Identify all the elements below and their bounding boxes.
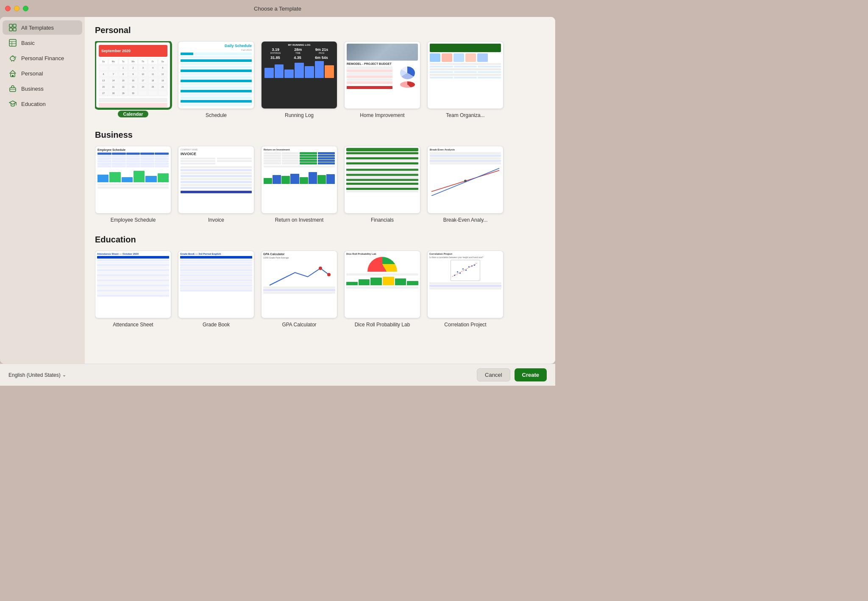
svg-point-19 [319, 267, 322, 270]
team-organizer-label: Team Organiza... [446, 112, 484, 118]
running-log-label: Running Log [285, 112, 314, 118]
window-title: Choose a Template [254, 6, 301, 12]
grid-icon [8, 23, 17, 32]
sidebar-label-personal: Personal [21, 70, 43, 77]
close-button[interactable] [5, 6, 11, 11]
template-card-home-improvement[interactable]: REMODEL - PROJECT BUDGET [344, 41, 420, 118]
chevron-down-icon: ⌄ [62, 372, 66, 378]
sidebar-item-personal-finance[interactable]: Personal Finance [3, 51, 82, 65]
correlation-label: Correlation Project [444, 322, 486, 328]
content-area: Personal September 2020 SuMoTuWeThFrSa 1… [85, 17, 555, 364]
svg-rect-4 [9, 39, 16, 46]
sidebar-label-basic: Basic [21, 40, 35, 46]
sidebar-item-all-templates[interactable]: All Templates [3, 20, 82, 35]
bottom-bar: English (United States) ⌄ Cancel Create [0, 364, 555, 386]
calendar-selected-badge: Calendar [118, 111, 148, 117]
svg-rect-1 [13, 24, 16, 27]
roi-label: Return on Investment [275, 217, 324, 223]
template-card-break-even[interactable]: Break-Even Analysis [427, 146, 504, 223]
template-card-financials[interactable]: Financials [344, 146, 420, 223]
sidebar-label-education: Education [21, 101, 46, 107]
svg-marker-14 [9, 101, 16, 104]
title-bar: Choose a Template [0, 0, 555, 17]
svg-rect-11 [12, 75, 14, 77]
financials-label: Financials [371, 217, 394, 223]
sidebar-label-business: Business [21, 86, 44, 92]
template-thumb-team-organizer[interactable] [427, 41, 504, 109]
template-thumb-correlation[interactable]: Correlation Project Is there a correlati… [427, 250, 504, 318]
svg-rect-3 [13, 28, 16, 31]
sidebar-label-personal-finance: Personal Finance [21, 55, 64, 61]
piggy-icon [8, 54, 17, 62]
main-container: All Templates Basic Personal Finance Per… [0, 17, 555, 364]
template-card-dice[interactable]: Dice Roll Probability Lab [344, 250, 420, 328]
template-thumb-financials[interactable] [344, 146, 420, 214]
template-thumb-gradebook[interactable]: Grade Book — 3rd Period English [178, 250, 254, 318]
personal-templates-row: September 2020 SuMoTuWeThFrSa 12345 6789… [95, 41, 545, 118]
briefcase-icon [8, 84, 17, 93]
invoice-label: Invoice [208, 217, 224, 223]
template-thumb-home-improvement[interactable]: REMODEL - PROJECT BUDGET [344, 41, 420, 109]
graduate-icon [8, 100, 17, 108]
maximize-button[interactable] [23, 6, 28, 11]
gpa-label: GPA Calculator [282, 322, 316, 328]
bottom-buttons: Cancel Create [477, 368, 547, 381]
svg-point-20 [327, 273, 331, 276]
template-card-correlation[interactable]: Correlation Project Is there a correlati… [427, 250, 504, 328]
education-templates-row: Attendance Sheet — October 2020 Attendan… [95, 250, 545, 328]
personal-section-title: Personal [95, 25, 545, 35]
template-card-gradebook[interactable]: Grade Book — 3rd Period English Grade Bo… [178, 250, 254, 328]
template-thumb-dice[interactable]: Dice Roll Probability Lab [344, 250, 420, 318]
minimize-button[interactable] [14, 6, 19, 11]
sidebar-item-education[interactable]: Education [3, 97, 82, 111]
svg-rect-2 [9, 28, 12, 31]
template-thumb-break-even[interactable]: Break-Even Analysis [427, 146, 504, 214]
template-thumb-employee-schedule[interactable]: Employee Schedule [95, 146, 171, 214]
home-improvement-label: Home Improvement [360, 112, 404, 118]
cancel-button[interactable]: Cancel [477, 368, 510, 381]
template-thumb-roi[interactable]: Return on Investment [261, 146, 337, 214]
business-templates-row: Employee Schedule [95, 146, 545, 223]
break-even-label: Break-Even Analy... [443, 217, 488, 223]
template-card-schedule[interactable]: Daily Schedule Fall 2020 [178, 41, 254, 118]
sidebar-item-basic[interactable]: Basic [3, 36, 82, 50]
employee-schedule-label: Employee Schedule [111, 217, 156, 223]
create-button[interactable]: Create [515, 368, 547, 381]
template-card-attendance[interactable]: Attendance Sheet — October 2020 Attendan… [95, 250, 171, 328]
template-thumb-running-log[interactable]: MY RUNNING LOG 3.19DISTANCE 28mTIME 9m 2… [261, 41, 337, 109]
svg-point-8 [10, 56, 15, 61]
sidebar-label-all-templates: All Templates [21, 25, 54, 31]
svg-rect-0 [9, 24, 12, 27]
template-thumb-attendance[interactable]: Attendance Sheet — October 2020 [95, 250, 171, 318]
template-card-calendar[interactable]: September 2020 SuMoTuWeThFrSa 12345 6789… [95, 41, 171, 118]
gradebook-label: Grade Book [203, 322, 230, 328]
template-card-roi[interactable]: Return on Investment [261, 146, 337, 223]
table-icon [8, 39, 17, 47]
schedule-label: Schedule [206, 112, 227, 118]
dice-label: Dice Roll Probability Lab [355, 322, 410, 328]
template-card-running-log[interactable]: MY RUNNING LOG 3.19DISTANCE 28mTIME 9m 2… [261, 41, 337, 118]
template-thumb-schedule[interactable]: Daily Schedule Fall 2020 [178, 41, 254, 109]
template-thumb-gpa[interactable]: GPA Calculator 13/90 Grade Point Average [261, 250, 337, 318]
template-card-team-organizer[interactable]: Team Organiza... [427, 41, 504, 118]
attendance-label: Attendance Sheet [113, 322, 153, 328]
sidebar-item-personal[interactable]: Personal [3, 66, 82, 81]
business-section-title: Business [95, 130, 545, 140]
template-card-employee-schedule[interactable]: Employee Schedule [95, 146, 171, 223]
language-label: English (United States) [8, 372, 61, 378]
sidebar: All Templates Basic Personal Finance Per… [0, 17, 85, 364]
template-card-gpa[interactable]: GPA Calculator 13/90 Grade Point Average [261, 250, 337, 328]
home-icon [8, 69, 17, 78]
language-selector[interactable]: English (United States) ⌄ [8, 372, 66, 378]
template-card-invoice[interactable]: COMPANY NAME INVOICE [178, 146, 254, 223]
education-section-title: Education [95, 235, 545, 245]
sidebar-item-business[interactable]: Business [3, 81, 82, 96]
template-thumb-calendar[interactable]: September 2020 SuMoTuWeThFrSa 12345 6789… [95, 41, 171, 109]
svg-line-21 [452, 263, 477, 276]
svg-point-18 [464, 180, 467, 182]
svg-point-9 [14, 58, 14, 58]
traffic-lights [5, 6, 28, 11]
template-thumb-invoice[interactable]: COMPANY NAME INVOICE [178, 146, 254, 214]
